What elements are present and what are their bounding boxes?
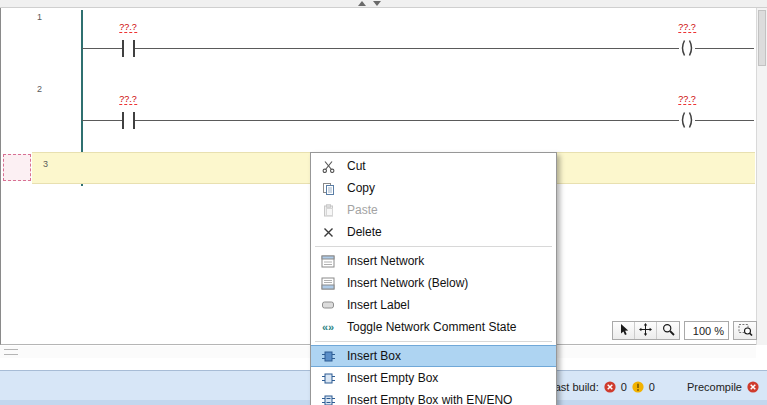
menu-item-label: Delete — [347, 225, 382, 239]
vertical-scrollbar-thumb[interactable] — [758, 10, 766, 66]
warning-status-icon — [632, 381, 644, 393]
contact-operand[interactable]: ??.? — [119, 22, 137, 33]
menu-item-insert-box[interactable]: Insert Box — [311, 345, 556, 367]
copy-icon — [317, 182, 339, 195]
menu-item-label: Cut — [347, 159, 366, 173]
coil-operand[interactable]: ??.? — [678, 22, 696, 33]
menu-item-copy[interactable]: Copy — [311, 177, 556, 199]
insert-network-icon — [317, 255, 339, 268]
menu-item-delete[interactable]: Delete — [311, 221, 556, 243]
no-contact-symbol[interactable] — [122, 40, 135, 57]
select-cursor-button[interactable] — [613, 322, 635, 339]
contact-operand[interactable]: ??.? — [119, 94, 137, 105]
lad-editor-window: 1 ??.? ??.? 2 ??.? ??.? 3 — [0, 0, 767, 405]
menu-item-insert-network-below[interactable]: Insert Network (Below) — [311, 272, 556, 294]
menu-item-label: Toggle Network Comment State — [347, 320, 516, 334]
menu-item-label: Insert Network — [347, 254, 424, 268]
horizontal-scrollbar-grip[interactable] — [4, 349, 18, 355]
view-toolbar: 100 % — [612, 321, 757, 340]
menu-item-label: Copy — [347, 181, 375, 195]
menu-item-label: Insert Empty Box with EN/ENO — [347, 393, 512, 405]
menu-item-label: Insert Network (Below) — [347, 276, 468, 290]
network-2[interactable]: 2 ??.? ??.? — [1, 80, 755, 152]
rung-wire — [82, 48, 754, 49]
splitter-collapse-up-icon[interactable] — [358, 1, 366, 6]
menu-item-label: Insert Box — [347, 349, 401, 363]
menu-item-insert-empty-box-en-eno[interactable]: Insert Empty Box with EN/ENO — [311, 389, 556, 405]
menu-item-paste: Paste — [311, 199, 556, 221]
error-count: 0 — [621, 381, 627, 393]
precompile-error-icon — [747, 381, 759, 393]
network-number: 3 — [43, 159, 48, 169]
rung-wire — [82, 120, 754, 121]
menu-item-insert-network[interactable]: Insert Network — [311, 250, 556, 272]
cursor-arrow-icon — [618, 322, 630, 340]
empty-box-en-eno-icon — [317, 394, 339, 405]
scissors-icon — [317, 160, 339, 173]
menu-item-toggle-network-comment[interactable]: «» Toggle Network Comment State — [311, 316, 556, 338]
zoom-tool-button[interactable] — [657, 322, 679, 339]
precompile-label: Precompile — [687, 381, 742, 393]
network-number: 2 — [37, 84, 42, 94]
comment-state-icon: «» — [317, 322, 339, 333]
label-icon — [317, 299, 339, 311]
empty-box-icon — [317, 372, 339, 385]
zoom-fit-icon — [738, 322, 753, 340]
error-status-icon — [604, 381, 616, 393]
network-selection-marker[interactable] — [3, 154, 31, 181]
coil-symbol[interactable] — [679, 111, 695, 129]
menu-item-insert-empty-box[interactable]: Insert Empty Box — [311, 367, 556, 389]
zoom-fit-button[interactable] — [733, 321, 757, 340]
no-contact-symbol[interactable] — [122, 112, 135, 129]
zoom-level-combo[interactable]: 100 % — [684, 321, 729, 340]
insert-network-below-icon — [317, 277, 339, 290]
lad-box-icon — [317, 350, 339, 363]
network-number: 1 — [37, 12, 42, 22]
vertical-scrollbar[interactable] — [756, 8, 767, 345]
warning-count: 0 — [649, 381, 655, 393]
coil-symbol[interactable] — [679, 39, 695, 57]
magnifier-icon — [662, 322, 675, 340]
paste-icon — [317, 204, 339, 217]
menu-item-label: Insert Label — [347, 298, 410, 312]
pointer-tools-group — [612, 321, 680, 340]
menu-item-label: Insert Empty Box — [347, 371, 438, 385]
delete-x-icon — [317, 227, 339, 238]
menu-separator — [315, 341, 552, 342]
coil-operand[interactable]: ??.? — [678, 94, 696, 105]
menu-item-cut[interactable]: Cut — [311, 155, 556, 177]
move-cross-icon — [639, 322, 652, 340]
context-menu: Cut Copy Paste Delete Insert Network — [310, 152, 557, 405]
pan-button[interactable] — [635, 322, 657, 339]
menu-item-label: Paste — [347, 203, 378, 217]
network-1[interactable]: 1 ??.? ??.? — [1, 8, 755, 80]
menu-item-insert-label[interactable]: Insert Label — [311, 294, 556, 316]
splitter-collapse-down-icon[interactable] — [373, 1, 381, 6]
horizontal-splitter[interactable] — [0, 0, 767, 8]
menu-separator — [315, 246, 552, 247]
